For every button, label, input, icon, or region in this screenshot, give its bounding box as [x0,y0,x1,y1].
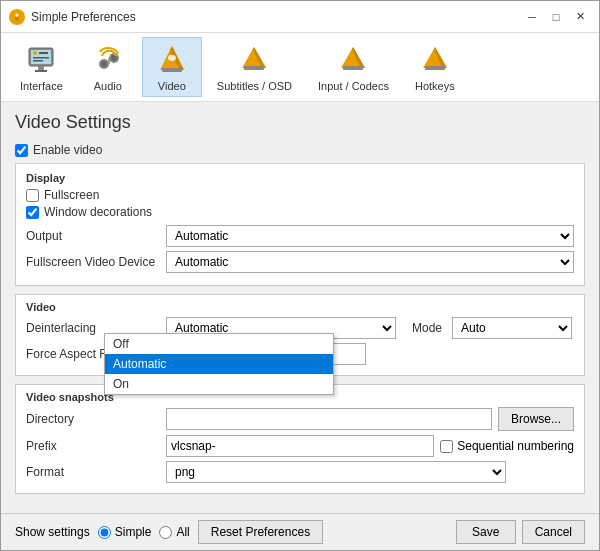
fullscreen-device-select[interactable]: Automatic [166,251,574,273]
tab-input-label: Input / Codecs [318,80,389,92]
enable-video-label[interactable]: Enable video [15,143,585,157]
window-decorations-label: Window decorations [44,205,152,219]
title-bar-text: Simple Preferences [31,10,521,24]
app-icon [9,9,25,25]
hotkeys-icon [417,42,453,78]
format-label: Format [26,465,166,479]
fullscreen-checkbox[interactable] [26,189,39,202]
svg-rect-10 [33,60,43,62]
fullscreen-label: Fullscreen [44,188,99,202]
mode-label: Mode [412,321,442,335]
reset-button[interactable]: Reset Preferences [198,520,323,544]
fullscreen-device-row: Fullscreen Video Device Automatic [26,251,574,273]
simple-radio[interactable] [98,526,111,539]
prefix-input[interactable] [166,435,434,457]
tab-hotkeys[interactable]: Hotkeys [404,37,466,97]
svg-point-2 [16,13,19,16]
maximize-button[interactable]: □ [545,7,567,27]
tab-video-label: Video [158,80,186,92]
prefix-label: Prefix [26,439,166,453]
video-icon [154,42,190,78]
all-radio[interactable] [159,526,172,539]
simple-label: Simple [115,525,152,539]
audio-icon [90,42,126,78]
sequential-label[interactable]: Sequential numbering [440,439,574,453]
directory-label: Directory [26,412,166,426]
svg-rect-1 [15,17,19,21]
fullscreen-device-label: Fullscreen Video Device [26,255,166,269]
tab-input[interactable]: Input / Codecs [307,37,400,97]
dropdown-item-automatic[interactable]: Automatic [105,354,333,374]
tab-audio[interactable]: Audio [78,37,138,97]
subtitles-icon [236,42,272,78]
tab-interface-label: Interface [20,80,63,92]
sequential-text: Sequential numbering [457,439,574,453]
directory-content: Browse... [166,407,574,431]
output-row: Output Automatic [26,225,574,247]
svg-rect-24 [343,66,363,70]
tab-audio-label: Audio [94,80,122,92]
window-decorations-checkbox[interactable] [26,206,39,219]
title-bar-controls: ─ □ ✕ [521,7,591,27]
page-title: Video Settings [15,112,585,133]
mode-select[interactable]: Auto [452,317,572,339]
tab-subtitles[interactable]: Subtitles / OSD [206,37,303,97]
tab-video[interactable]: Video [142,37,202,97]
fullscreen-device-content: Automatic [166,251,574,273]
directory-input[interactable] [166,408,492,430]
svg-rect-6 [35,70,47,72]
enable-video-text: Enable video [33,143,102,157]
tab-interface[interactable]: Interface [9,37,74,97]
directory-row: Directory Browse... [26,407,574,431]
input-icon [335,42,371,78]
format-content: png jpg tiff [166,461,574,483]
display-section-label: Display [26,172,574,184]
svg-point-12 [101,61,107,67]
browse-button[interactable]: Browse... [498,407,574,431]
close-button[interactable]: ✕ [569,7,591,27]
video-section: Video Deinterlacing Off Automatic On Mod… [15,294,585,376]
title-bar: Simple Preferences ─ □ ✕ [1,1,599,33]
main-window: Simple Preferences ─ □ ✕ Interf [0,0,600,551]
output-label: Output [26,229,166,243]
footer: Show settings Simple All Reset Preferenc… [1,513,599,550]
svg-rect-9 [33,57,49,59]
all-radio-label[interactable]: All [159,525,189,539]
svg-rect-17 [162,68,182,72]
window-decorations-row[interactable]: Window decorations [26,205,574,219]
tab-subtitles-label: Subtitles / OSD [217,80,292,92]
output-select[interactable]: Automatic [166,225,574,247]
sequential-checkbox[interactable] [440,440,453,453]
deinterlacing-dropdown: Off Automatic On [104,333,334,395]
dropdown-item-off[interactable]: Off [105,334,333,354]
svg-point-18 [168,55,176,61]
tab-bar: Interface Audio [1,33,599,102]
main-content: Video Settings Enable video Display Full… [1,102,599,513]
interface-icon [23,42,59,78]
cancel-button[interactable]: Cancel [522,520,585,544]
svg-rect-5 [38,66,44,70]
footer-left: Show settings Simple All Reset Preferenc… [15,520,456,544]
all-label: All [176,525,189,539]
video-section-label: Video [26,301,574,313]
format-row: Format png jpg tiff [26,461,574,483]
minimize-button[interactable]: ─ [521,7,543,27]
fullscreen-row[interactable]: Fullscreen [26,188,574,202]
svg-point-7 [33,51,37,55]
prefix-row: Prefix Sequential numbering [26,435,574,457]
enable-video-row: Enable video [15,143,585,157]
simple-radio-label[interactable]: Simple [98,525,152,539]
svg-rect-21 [244,66,264,70]
dropdown-item-on[interactable]: On [105,374,333,394]
snapshots-section: Video snapshots Directory Browse... Pref… [15,384,585,494]
output-content: Automatic [166,225,574,247]
show-settings-label: Show settings [15,525,90,539]
enable-video-checkbox[interactable] [15,144,28,157]
display-section: Display Fullscreen Window decorations Ou… [15,163,585,286]
footer-right: Save Cancel [456,520,585,544]
save-button[interactable]: Save [456,520,516,544]
svg-rect-8 [39,52,48,54]
prefix-content: Sequential numbering [166,435,574,457]
format-select[interactable]: png jpg tiff [166,461,506,483]
svg-rect-27 [425,66,445,70]
